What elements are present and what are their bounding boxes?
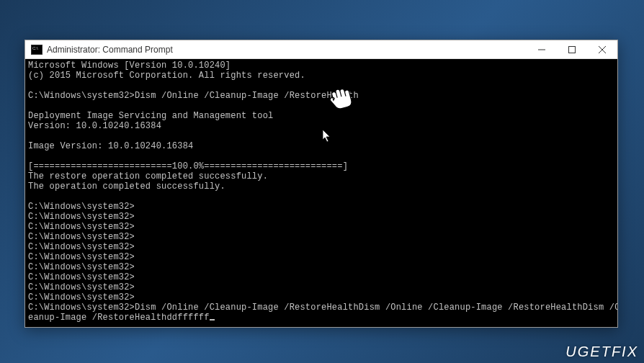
maximize-button[interactable] <box>557 40 587 58</box>
terminal-line: C:\Windows\system32> <box>28 282 135 292</box>
terminal-line: C:\Windows\system32> <box>28 222 135 232</box>
terminal-line: (c) 2015 Microsoft Corporation. All righ… <box>28 71 305 81</box>
svg-rect-1 <box>569 46 576 53</box>
terminal-line: The operation completed successfully. <box>28 182 225 192</box>
terminal-cursor <box>210 319 215 321</box>
terminal-line: C:\Windows\system32> <box>28 252 135 262</box>
terminal-line: C:\Windows\system32>Dism /Online /Cleanu… <box>28 302 617 313</box>
terminal-line: C:\Windows\system32> <box>28 292 135 302</box>
titlebar[interactable]: Administrator: Command Prompt <box>25 40 617 59</box>
terminal-line: Deployment Image Servicing and Managemen… <box>28 111 273 121</box>
maximize-icon <box>568 46 576 53</box>
window-controls <box>527 40 617 58</box>
command-prompt-window: Administrator: Command Prompt Microsoft … <box>24 40 618 328</box>
watermark: UGETFIX <box>565 344 638 360</box>
watermark-text: UGETFIX <box>565 344 638 359</box>
terminal-line: eanup-Image /RestoreHealthddffffff <box>28 313 210 323</box>
terminal-line: C:\Windows\system32> <box>28 232 135 242</box>
close-button[interactable] <box>587 40 617 58</box>
minimize-button[interactable] <box>527 40 557 58</box>
terminal-line: The restore operation completed successf… <box>28 171 268 182</box>
terminal-line: Microsoft Windows [Version 10.0.10240] <box>28 60 231 71</box>
terminal-line: C:\Windows\system32> <box>28 272 135 282</box>
hand-cursor-icon <box>328 85 359 114</box>
terminal-line: C:\Windows\system32> <box>28 262 135 272</box>
terminal-line: C:\Windows\system32> <box>28 212 135 222</box>
terminal-line: C:\Windows\system32> <box>28 202 135 212</box>
terminal-line: Version: 10.0.10240.16384 <box>28 121 161 131</box>
terminal-line: [==========================100.0%=======… <box>28 161 348 171</box>
terminal-line: Image Version: 10.0.10240.16384 <box>28 141 193 151</box>
close-icon <box>599 46 606 53</box>
terminal-line: C:\Windows\system32> <box>28 242 135 252</box>
arrow-cursor-icon <box>323 130 333 144</box>
cmd-icon <box>31 45 43 55</box>
window-title: Administrator: Command Prompt <box>47 45 527 55</box>
terminal-line: C:\Windows\system32>Dism /Online /Cleanu… <box>28 91 359 101</box>
minimize-icon <box>538 46 545 53</box>
terminal-output[interactable]: Microsoft Windows [Version 10.0.10240] (… <box>25 59 617 327</box>
